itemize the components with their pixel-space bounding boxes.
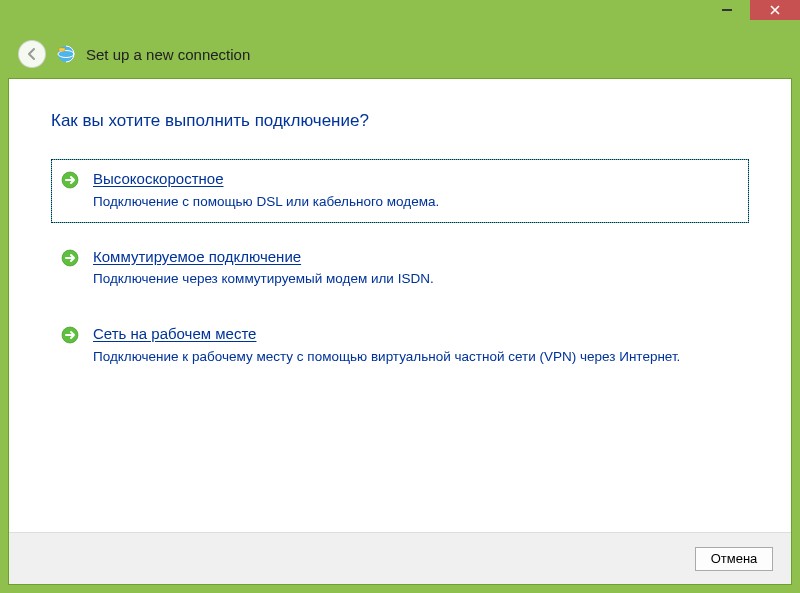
option-accesskey: С [93, 325, 104, 342]
content-pane: Как вы хотите выполнить подключение? Выс… [8, 78, 792, 585]
connection-option[interactable]: Сеть на рабочем местеПодключение к рабоч… [51, 314, 749, 378]
option-title: Сеть на рабочем месте [93, 324, 739, 344]
svg-rect-3 [59, 48, 65, 51]
svg-rect-0 [722, 9, 732, 11]
window-title: Set up a new connection [86, 46, 250, 63]
option-description: Подключение через коммутируемый модем ил… [93, 270, 739, 288]
footer: Отмена [9, 532, 791, 584]
option-title: Коммутируемое подключение [93, 247, 739, 267]
minimize-button[interactable] [704, 0, 750, 20]
cancel-button[interactable]: Отмена [695, 547, 773, 571]
header: Set up a new connection [8, 30, 792, 78]
back-button[interactable] [18, 40, 46, 68]
option-title: Высокоскоростное [93, 169, 739, 189]
connection-option[interactable]: Коммутируемое подключениеПодключение чер… [51, 237, 749, 301]
arrow-right-icon [61, 249, 79, 267]
option-description: Подключение с помощью DSL или кабельного… [93, 193, 739, 211]
wizard-icon [56, 44, 76, 64]
page-heading: Как вы хотите выполнить подключение? [51, 111, 749, 131]
wizard-window: Set up a new connection Как вы хотите вы… [0, 0, 800, 593]
option-description: Подключение к рабочему месту с помощью в… [93, 348, 739, 366]
close-button[interactable] [750, 0, 800, 20]
arrow-right-icon [61, 171, 79, 189]
option-accesskey: В [93, 170, 103, 187]
titlebar [0, 0, 800, 30]
connection-option[interactable]: ВысокоскоростноеПодключение с помощью DS… [51, 159, 749, 223]
window-controls [704, 0, 800, 20]
arrow-right-icon [61, 326, 79, 344]
option-accesskey: К [93, 248, 102, 265]
client-area: Set up a new connection Как вы хотите вы… [8, 30, 792, 585]
